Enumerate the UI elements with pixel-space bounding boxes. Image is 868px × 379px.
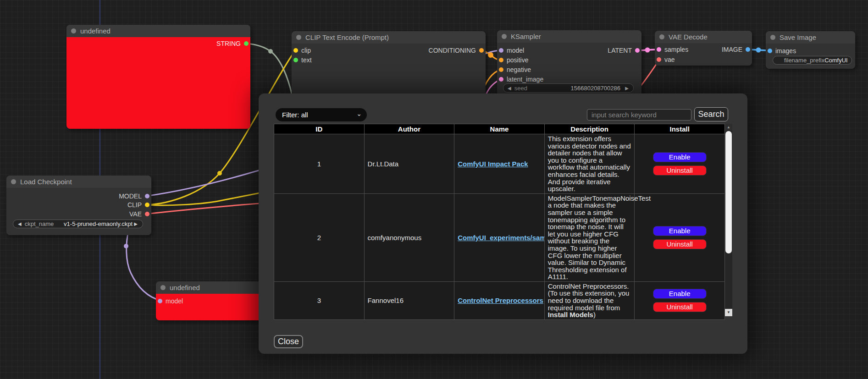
scrollbar[interactable]: ▲ ▼ (725, 124, 732, 316)
node-vae-decode[interactable]: VAE Decode samples vae IMAGE (655, 31, 752, 66)
column-header-id: ID (274, 124, 365, 134)
extension-id: 3 (274, 281, 365, 319)
collapse-dot-icon[interactable] (770, 35, 775, 40)
scroll-up-arrow-icon[interactable]: ▲ (725, 124, 732, 131)
input-samples[interactable]: samples (655, 46, 688, 53)
clip-input-dot[interactable] (293, 48, 298, 53)
extension-name: ComfyUI Impact Pack (454, 134, 545, 194)
extension-link[interactable]: ComfyUI_experiments/sampler_tonemap (458, 234, 544, 242)
image-output-dot[interactable] (746, 47, 750, 52)
scroll-down-arrow-icon[interactable]: ▼ (725, 309, 732, 316)
search-button[interactable]: Search (694, 107, 728, 121)
seed-value[interactable]: 156680208700286 (571, 85, 620, 92)
output-model[interactable]: MODEL (119, 193, 151, 199)
latent-image-input-dot[interactable] (499, 77, 503, 82)
close-button[interactable]: Close (274, 335, 303, 348)
output-latent[interactable]: LATENT (608, 47, 641, 54)
output-conditioning[interactable]: CONDITIONING (429, 47, 486, 54)
increment-arrow-icon[interactable]: ▶ (134, 221, 138, 226)
uninstall-button[interactable]: Uninstall (653, 239, 707, 249)
ckpt-name-widget[interactable]: ◀ ckpt_name v1-5-pruned-emaonly.ckpt ▶ (13, 220, 143, 228)
input-negative[interactable]: negative (497, 66, 531, 73)
link-dot-conditioning (488, 52, 493, 58)
ckpt-name-value[interactable]: v1-5-pruned-emaonly.ckpt (64, 220, 133, 227)
uninstall-button[interactable]: Uninstall (653, 302, 707, 312)
node-title-bar[interactable]: VAE Decode (655, 31, 752, 43)
extension-author: Fannovel16 (364, 281, 454, 319)
input-text[interactable]: text (292, 57, 312, 63)
node-title: CLIP Text Encode (Prompt) (305, 33, 389, 41)
extension-install: EnableUninstall (635, 281, 725, 319)
collapse-dot-icon[interactable] (296, 35, 301, 40)
collapse-dot-icon[interactable] (71, 28, 76, 33)
description-text: ControlNet Preprocessors. (To use this e… (548, 282, 630, 312)
extension-name: ComfyUI_experiments/sampler_tonemap (454, 193, 545, 281)
output-image[interactable]: IMAGE (722, 46, 752, 53)
model-output-dot[interactable] (145, 194, 149, 198)
input-positive[interactable]: positive (497, 57, 528, 63)
collapse-dot-icon[interactable] (11, 179, 16, 184)
extension-link[interactable]: ControlNet Preprocessors (458, 297, 543, 304)
enable-button[interactable]: Enable (653, 152, 707, 162)
extension-link[interactable]: ComfyUI Impact Pack (458, 160, 528, 168)
uninstall-button[interactable]: Uninstall (653, 165, 707, 176)
filename-prefix-widget[interactable]: filename_prefix ComfyUI (773, 56, 852, 65)
node-load-checkpoint[interactable]: Load Checkpoint MODEL CLIP VAE ◀ ckpt_na… (6, 176, 151, 235)
string-output-dot[interactable] (244, 41, 249, 46)
vae-output-dot[interactable] (145, 212, 149, 216)
enable-button[interactable]: Enable (653, 226, 707, 236)
output-vae[interactable]: VAE (129, 211, 151, 217)
node-title-bar[interactable]: CLIP Text Encode (Prompt) (292, 31, 486, 44)
node-title-bar[interactable]: undefined (66, 25, 250, 37)
search-input[interactable] (587, 109, 691, 121)
description-text: ) (593, 311, 596, 319)
input-vae[interactable]: vae (655, 56, 675, 63)
input-model[interactable]: model (497, 47, 524, 54)
negative-input-dot[interactable] (499, 67, 503, 72)
filter-select-wrap: Filter: all ⌄ (276, 108, 367, 121)
node-title-bar[interactable]: Load Checkpoint (6, 176, 151, 188)
conditioning-output-dot[interactable] (479, 48, 484, 53)
images-input-dot[interactable] (768, 49, 772, 53)
manager-dialog: Filter: all ⌄ Search IDAuthorNameDescrip… (259, 93, 747, 354)
node-title: undefined (80, 27, 111, 35)
model-input-dot[interactable] (158, 299, 162, 303)
seed-widget[interactable]: ◀ seed 156680208700286 ▶ (503, 83, 634, 93)
filter-select[interactable]: Filter: all (276, 108, 367, 121)
output-clip[interactable]: CLIP (127, 202, 151, 208)
text-input-dot[interactable] (293, 58, 298, 62)
wire-clip-hidden (147, 192, 267, 205)
scrollbar-thumb[interactable] (725, 131, 732, 253)
output-string[interactable]: STRING (216, 40, 250, 47)
clip-output-dot[interactable] (145, 203, 149, 207)
input-latent-image[interactable]: latent_image (497, 76, 543, 82)
node-title-bar[interactable]: Save Image (766, 31, 855, 44)
filename-prefix-label: filename_prefix (784, 57, 824, 64)
node-title: VAE Decode (669, 33, 708, 41)
node-title: undefined (170, 284, 200, 291)
decrement-arrow-icon[interactable]: ◀ (18, 221, 22, 226)
node-undefined-top[interactable]: undefined STRING (66, 25, 250, 129)
input-images[interactable]: images (766, 48, 796, 54)
collapse-dot-icon[interactable] (160, 285, 166, 290)
positive-input-dot[interactable] (499, 58, 503, 62)
collapse-dot-icon[interactable] (502, 34, 507, 39)
node-title-bar[interactable]: KSampler (497, 30, 641, 43)
increment-arrow-icon[interactable]: ▶ (625, 86, 629, 91)
node-ksampler[interactable]: KSampler model positive negative latent_… (497, 30, 641, 97)
column-header-description: Description (544, 124, 635, 134)
extension-name: ControlNet Preprocessors (454, 281, 545, 319)
enable-button[interactable]: Enable (653, 289, 707, 299)
decrement-arrow-icon[interactable]: ◀ (508, 86, 511, 91)
input-clip[interactable]: clip (292, 47, 311, 54)
node-save-image[interactable]: Save Image images filename_prefix ComfyU… (766, 31, 855, 69)
extension-id: 2 (274, 193, 365, 281)
model-input-dot[interactable] (499, 48, 503, 53)
input-model[interactable]: model (156, 298, 183, 304)
seed-label: seed (514, 85, 527, 92)
samples-input-dot[interactable] (657, 47, 661, 52)
collapse-dot-icon[interactable] (659, 34, 664, 39)
filename-prefix-value[interactable]: ComfyUI (824, 57, 848, 64)
vae-input-dot[interactable] (657, 57, 661, 62)
latent-output-dot[interactable] (635, 48, 640, 53)
